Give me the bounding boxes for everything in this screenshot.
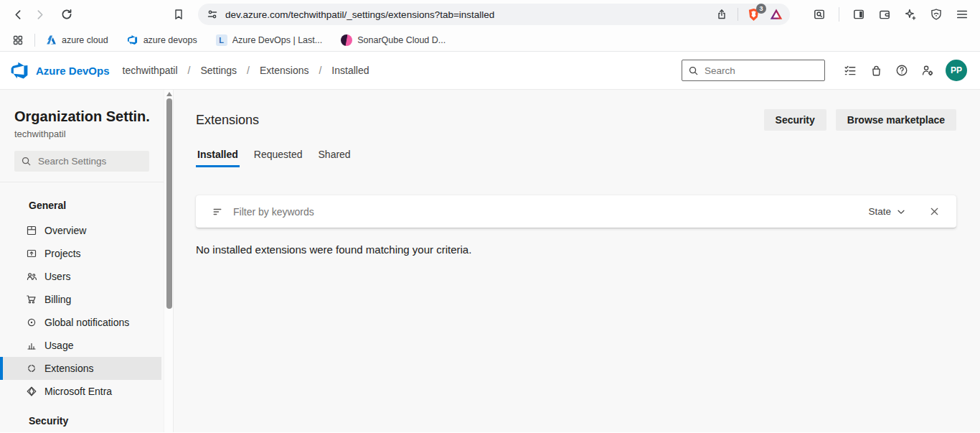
users-icon bbox=[26, 271, 37, 282]
share-icon bbox=[716, 9, 727, 20]
overview-icon bbox=[26, 225, 37, 236]
search-icon bbox=[688, 65, 699, 76]
forward-button[interactable] bbox=[29, 4, 50, 25]
state-filter-label: State bbox=[868, 206, 891, 217]
sidebar-panel-icon bbox=[852, 8, 865, 21]
help-circle-icon bbox=[895, 64, 908, 77]
user-settings-button[interactable] bbox=[915, 58, 940, 83]
sidebar-item-label: Billing bbox=[44, 294, 71, 305]
page-body: Organization Settin... techwithpatil Gen… bbox=[0, 90, 980, 432]
browser-toolbar: dev.azure.com/techwithpatil/_settings/ex… bbox=[0, 0, 980, 29]
extensions-tabs: Installed Requested Shared bbox=[196, 146, 956, 167]
bookmarks-divider bbox=[34, 34, 35, 47]
brave-shields-button[interactable]: 3 bbox=[745, 6, 761, 22]
leo-ai-button[interactable] bbox=[900, 4, 921, 25]
sidebar-item-label: Projects bbox=[44, 248, 81, 259]
share-button[interactable] bbox=[713, 6, 730, 23]
sidebar-item-users[interactable]: Users bbox=[0, 265, 161, 288]
apps-grid-icon bbox=[12, 34, 24, 46]
reload-icon bbox=[60, 8, 73, 21]
tab-installed[interactable]: Installed bbox=[196, 146, 240, 167]
sidebar-item-extensions[interactable]: Extensions bbox=[0, 357, 161, 380]
sidebar-item-label: Usage bbox=[44, 340, 73, 351]
global-notifications-icon bbox=[26, 317, 37, 328]
bookmark-sonarqube[interactable]: SonarQube Cloud D... bbox=[341, 34, 446, 46]
address-bar[interactable]: dev.azure.com/techwithpatil/_settings/ex… bbox=[198, 4, 790, 25]
vpn-shield-icon bbox=[930, 8, 943, 21]
header-search-box[interactable] bbox=[682, 60, 825, 81]
scrollbar-thumb[interactable] bbox=[166, 98, 172, 309]
sidebar-item-projects[interactable]: Projects bbox=[0, 242, 161, 265]
checklist-icon bbox=[844, 64, 857, 77]
sparkles-icon bbox=[904, 8, 917, 21]
bookmark-azure-devops-last[interactable]: L Azure DevOps | Last... bbox=[216, 34, 323, 46]
avatar[interactable]: PP bbox=[946, 60, 967, 81]
product-name[interactable]: Azure DevOps bbox=[36, 65, 110, 77]
search-tabs-button[interactable] bbox=[809, 4, 830, 25]
help-button[interactable] bbox=[890, 58, 914, 83]
wallet-button[interactable] bbox=[874, 4, 895, 25]
back-button[interactable] bbox=[7, 4, 29, 25]
sidebar-scrollbar[interactable] bbox=[164, 90, 174, 432]
breadcrumb-separator: / bbox=[313, 65, 327, 76]
vpn-button[interactable] bbox=[925, 4, 947, 25]
settings-search-box[interactable] bbox=[14, 151, 149, 172]
filter-keywords-input[interactable] bbox=[233, 206, 864, 218]
sidebar-subtitle: techwithpatil bbox=[14, 129, 149, 139]
bookmark-label: azure devops bbox=[143, 35, 197, 45]
main-content: Extensions Security Browse marketplace I… bbox=[174, 90, 980, 432]
settings-search-input[interactable] bbox=[38, 156, 138, 167]
azure-devops-logo[interactable] bbox=[10, 61, 29, 80]
reload-button[interactable] bbox=[56, 4, 77, 25]
shields-blocked-badge: 3 bbox=[756, 4, 766, 14]
bookmark-label: SonarQube Cloud D... bbox=[357, 35, 446, 45]
browser-menu-button[interactable] bbox=[951, 4, 973, 25]
breadcrumb: techwithpatil / Settings / Extensions / … bbox=[118, 62, 374, 79]
sidebar-divider bbox=[0, 182, 164, 182]
sidebar-item-label: Microsoft Entra bbox=[44, 386, 112, 397]
breadcrumb-settings[interactable]: Settings bbox=[196, 62, 241, 79]
omnibox-divider bbox=[738, 8, 738, 21]
marketplace-button[interactable] bbox=[864, 58, 888, 83]
bookmark-azure-devops[interactable]: azure devops bbox=[127, 34, 197, 46]
browse-marketplace-button[interactable]: Browse marketplace bbox=[836, 109, 956, 131]
boxed-search-icon bbox=[813, 8, 826, 21]
user-gear-icon bbox=[921, 64, 934, 77]
bookmark-label: azure cloud bbox=[62, 35, 108, 45]
bookmark-page-button[interactable] bbox=[168, 4, 189, 25]
sidebar-toggle-button[interactable] bbox=[848, 4, 870, 25]
brave-rewards-button[interactable] bbox=[768, 6, 784, 22]
scrollbar-up-arrow[interactable] bbox=[166, 92, 172, 96]
apps-button[interactable] bbox=[9, 31, 27, 50]
breadcrumb-extensions[interactable]: Extensions bbox=[255, 62, 313, 79]
security-button[interactable]: Security bbox=[764, 109, 826, 131]
close-icon bbox=[929, 206, 940, 217]
toolbar-divider bbox=[839, 7, 839, 22]
url-text[interactable]: dev.azure.com/techwithpatil/_settings/ex… bbox=[225, 9, 713, 20]
breadcrumb-installed[interactable]: Installed bbox=[327, 62, 373, 79]
letter-favicon: L bbox=[216, 34, 227, 46]
sidebar-item-microsoft-entra[interactable]: Microsoft Entra bbox=[0, 380, 161, 403]
breadcrumb-org[interactable]: techwithpatil bbox=[118, 62, 182, 79]
devops-header: Azure DevOps techwithpatil / Settings / … bbox=[0, 52, 980, 90]
header-search-input[interactable] bbox=[705, 65, 812, 76]
clear-filter-button[interactable] bbox=[923, 201, 945, 223]
sidebar-item-overview[interactable]: Overview bbox=[0, 219, 161, 242]
sidebar-item-global-notifications[interactable]: Global notifications bbox=[0, 311, 161, 334]
state-filter-dropdown[interactable]: State bbox=[864, 203, 910, 220]
breadcrumb-separator: / bbox=[182, 65, 197, 76]
bookmark-icon bbox=[173, 9, 184, 20]
projects-icon bbox=[26, 248, 37, 259]
sidebar-item-usage[interactable]: Usage bbox=[0, 334, 161, 357]
sidebar-title: Organization Settin... bbox=[14, 108, 149, 125]
tab-requested[interactable]: Requested bbox=[253, 146, 304, 167]
tab-shared[interactable]: Shared bbox=[317, 146, 352, 167]
devops-favicon bbox=[127, 34, 138, 46]
bookmark-azure-cloud[interactable]: azure cloud bbox=[45, 34, 108, 46]
wallet-icon bbox=[878, 8, 891, 21]
my-work-items-button[interactable] bbox=[838, 58, 862, 83]
site-settings-icon[interactable] bbox=[207, 9, 218, 20]
sidebar-item-billing[interactable]: Billing bbox=[0, 288, 161, 311]
sonarqube-favicon bbox=[341, 34, 352, 46]
extensions-puzzle-icon bbox=[26, 363, 37, 374]
